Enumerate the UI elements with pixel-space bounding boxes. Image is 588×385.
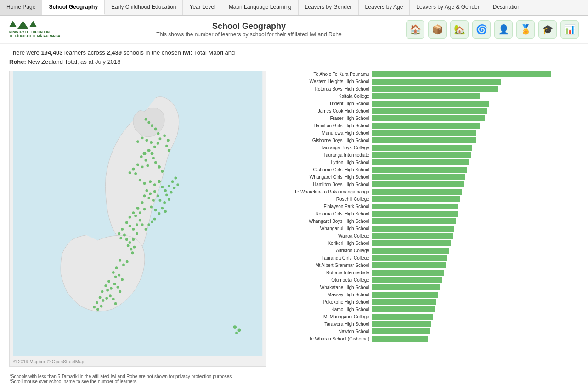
- nav-item-school-geography[interactable]: School Geography: [42, 0, 105, 15]
- page-header: MINISTRY OF EDUCATION TE TĀHUHU O TE MĀT…: [0, 16, 588, 44]
- chart-row[interactable]: Manurewa High School: [271, 130, 579, 136]
- chart-row[interactable]: Hamilton Girls' High School: [271, 122, 579, 129]
- svg-point-58: [132, 211, 135, 214]
- svg-point-35: [153, 183, 156, 186]
- svg-point-112: [96, 301, 98, 304]
- chart-row[interactable]: Massey High School: [271, 291, 579, 298]
- svg-point-31: [168, 149, 170, 152]
- chart-row[interactable]: Te Wharekura o Rakaumangamanga: [271, 188, 579, 195]
- chart-bar: [372, 204, 458, 209]
- chart-row[interactable]: Rosehill College: [271, 196, 579, 202]
- svg-point-64: [154, 209, 157, 211]
- person-icon[interactable]: 👤: [494, 20, 513, 39]
- svg-point-103: [117, 286, 119, 289]
- chart-label: James Cook High School: [271, 108, 372, 113]
- chart-row[interactable]: Whakatane High School: [271, 284, 579, 290]
- chart-row[interactable]: Tauranga Intermediate: [271, 152, 579, 158]
- chart-bar: [372, 123, 480, 129]
- svg-point-92: [126, 260, 129, 263]
- svg-point-67: [164, 210, 167, 213]
- map-container[interactable]: © 2019 Mapbox © OpenStreetMap: [9, 71, 266, 367]
- chart-row[interactable]: Kamo High School: [271, 306, 579, 312]
- svg-point-15: [161, 170, 164, 173]
- chart-label: Te Wharekura o Rakaumangamanga: [271, 189, 372, 194]
- chart-row[interactable]: Whangarei Boys' High School: [271, 218, 579, 224]
- chart-row[interactable]: Trident High School: [271, 100, 579, 107]
- chart-bar: [372, 189, 462, 195]
- chart-row[interactable]: Gisborne Boys' High School: [271, 137, 579, 143]
- chart-row[interactable]: Whanganui High School: [271, 225, 579, 232]
- svg-point-24: [150, 141, 153, 144]
- chart-row[interactable]: Western Heights High School: [271, 78, 579, 85]
- svg-point-13: [154, 161, 157, 164]
- nav-item-leavers-by-age[interactable]: Leavers by Age: [359, 0, 410, 15]
- chart-row[interactable]: Fraser High School: [271, 115, 579, 121]
- chart-area[interactable]: Te Aho o Te Kura PounamuWestern Heights …: [271, 71, 579, 365]
- svg-point-56: [141, 201, 144, 204]
- svg-point-43: [173, 187, 176, 189]
- chart-row[interactable]: Tauranga Boys' College: [271, 144, 579, 151]
- svg-point-27: [136, 140, 139, 143]
- ministry-logo: MINISTRY OF EDUCATION TE TĀHUHU O TE MĀT…: [9, 21, 60, 38]
- main-content: © 2019 Mapbox © OpenStreetMap Te Aho o T…: [0, 71, 588, 371]
- nav-item-leavers-by-gender[interactable]: Leavers by Gender: [299, 0, 359, 15]
- svg-point-114: [96, 308, 99, 311]
- chart-row[interactable]: Te Aho o Te Kura Pounamu: [271, 71, 579, 77]
- chart-bar: [372, 137, 476, 143]
- chart-bar: [372, 101, 489, 107]
- chart-row[interactable]: Mt Albert Grammar School: [271, 262, 579, 268]
- home-icon[interactable]: 🏠: [406, 20, 424, 39]
- chart-label: Kerikeri High School: [271, 241, 372, 246]
- chart-bar: [372, 262, 446, 268]
- chart-row[interactable]: Rotorua Girls' High School: [271, 210, 579, 217]
- nav-item-leavers-by-age-&-gender[interactable]: Leavers by Age & Gender: [410, 0, 486, 15]
- house-icon[interactable]: 🏡: [450, 20, 469, 39]
- navigation: Home PageSchool GeographyEarly Childhood…: [0, 0, 588, 16]
- chart-row[interactable]: Wairoa College: [271, 232, 579, 239]
- grad-icon[interactable]: 🎓: [538, 20, 557, 39]
- chart-row[interactable]: Rotorua Intermediate: [271, 269, 579, 276]
- box-icon[interactable]: 📦: [428, 20, 447, 39]
- nav-item-home-page[interactable]: Home Page: [0, 0, 42, 15]
- svg-point-2: [147, 149, 151, 152]
- chart-bar-container: [372, 196, 579, 202]
- chart-bar-container: [372, 71, 579, 77]
- chart-bar-container: [372, 233, 579, 239]
- chart-label: Lytton High School: [271, 160, 372, 165]
- chart-row[interactable]: Nawton School: [271, 328, 579, 334]
- chart-bar: [372, 159, 469, 165]
- spiral-icon[interactable]: 🌀: [472, 20, 491, 39]
- chart-row[interactable]: Lytton High School: [271, 159, 579, 165]
- chart-icon[interactable]: 📊: [560, 20, 579, 39]
- chart-row[interactable]: Rotorua Boys' High School: [271, 85, 579, 92]
- chart-bar-container: [372, 115, 579, 121]
- chart-row[interactable]: Alfriston College: [271, 247, 579, 254]
- chart-row[interactable]: Whangarei Girls' High School: [271, 174, 579, 180]
- chart-row[interactable]: Tauranga Girls' College: [271, 255, 579, 261]
- chart-row[interactable]: Tarawera High School: [271, 321, 579, 327]
- logo-text: MINISTRY OF EDUCATION TE TĀHUHU O TE MĀT…: [9, 30, 60, 38]
- medal-icon[interactable]: 🏅: [516, 20, 535, 39]
- chart-row[interactable]: Pukekohe High School: [271, 299, 579, 305]
- nav-item-maori-language-learning[interactable]: Maori Language Learning: [222, 0, 299, 15]
- chart-bar: [372, 336, 428, 342]
- nav-item-destination[interactable]: Destination: [486, 0, 527, 15]
- chart-row[interactable]: James Cook High School: [271, 108, 579, 114]
- chart-row[interactable]: Te Wharau School (Gisborne): [271, 335, 579, 342]
- chart-label: Kamo High School: [271, 307, 372, 312]
- nav-item-early-childhood-education[interactable]: Early Childhood Education: [105, 0, 183, 15]
- chart-bar-container: [372, 299, 579, 305]
- chart-row[interactable]: Kaitaia College: [271, 93, 579, 99]
- svg-point-20: [157, 132, 160, 135]
- chart-label: Rotorua Girls' High School: [271, 211, 372, 216]
- chart-label: Alfriston College: [271, 248, 372, 253]
- chart-bar-container: [372, 145, 579, 151]
- info-text-part1: There were 194,403 learners across 2,439…: [9, 49, 182, 56]
- chart-row[interactable]: Kerikeri High School: [271, 240, 579, 246]
- chart-row[interactable]: Otumoetai College: [271, 277, 579, 283]
- chart-row[interactable]: Mt Maunganui College: [271, 313, 579, 320]
- chart-row[interactable]: Hamilton Boys' High School: [271, 181, 579, 187]
- nav-item-year-level[interactable]: Year Level: [183, 0, 222, 15]
- chart-row[interactable]: Gisborne Girls' High School: [271, 166, 579, 173]
- chart-row[interactable]: Finlayson Park School: [271, 203, 579, 209]
